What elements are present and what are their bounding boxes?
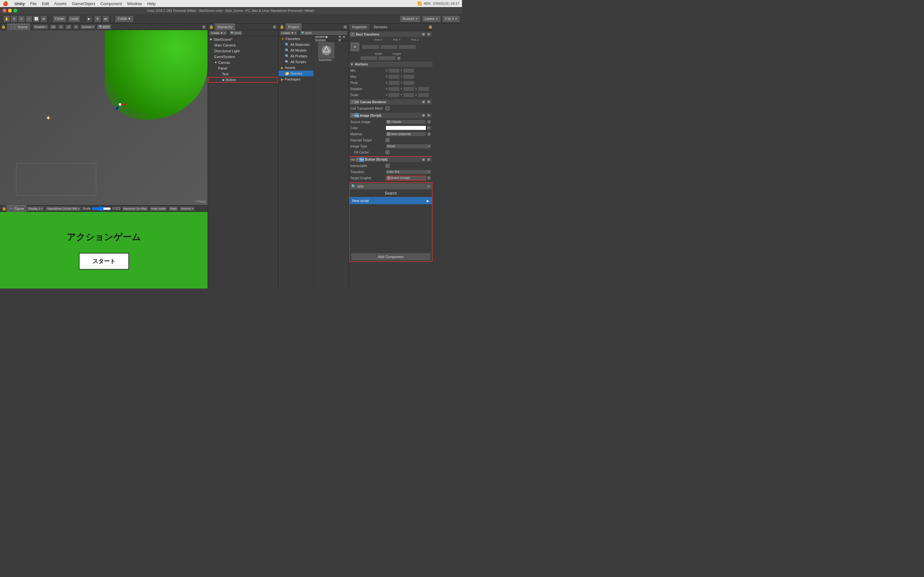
proj-maximize[interactable]: ⊞ <box>343 25 347 29</box>
minimize-button[interactable] <box>8 9 12 13</box>
maximize-on-play-btn[interactable]: Maximize On Play <box>122 206 149 211</box>
center-local-local[interactable]: Local <box>68 15 80 23</box>
apple-menu[interactable]: 🍎 <box>3 1 8 6</box>
scene-tab[interactable]: ⋮⋮ Scene <box>7 24 30 30</box>
inspector-tab[interactable]: Inspector <box>349 24 370 30</box>
search-hierarchy[interactable]: 🔍 Q•All <box>229 31 242 35</box>
hierarchy-item-directional-light[interactable]: Directional Light <box>208 48 278 54</box>
rect-transform-enabled[interactable] <box>351 32 355 36</box>
rot-y-field[interactable]: 0 <box>403 87 415 91</box>
cr-action-2[interactable]: ⚙ <box>426 100 431 104</box>
menu-file[interactable]: File <box>30 1 37 6</box>
posx-field[interactable]: 0 <box>362 45 380 49</box>
anchor-maxx-field[interactable]: 0.5 <box>388 74 400 79</box>
packages-folder[interactable]: ▶ Packages <box>278 76 313 82</box>
search-clear-btn[interactable]: ✕ <box>427 184 430 189</box>
color-picker-btn[interactable]: ✏ <box>427 126 431 130</box>
scenes-folder[interactable]: 📁 Scenes <box>278 71 313 76</box>
audio-btn[interactable]: 🔊 <box>65 24 72 29</box>
proj-create-dropdown[interactable]: Create ▼ <box>280 31 298 35</box>
rot-x-field[interactable]: 0 <box>388 87 400 91</box>
scene-name-item[interactable]: ▼ StartScene* <box>208 37 278 42</box>
search-result-new-script[interactable]: New script ▶ <box>350 197 432 204</box>
btn-action-2[interactable]: ⚙ <box>426 157 431 162</box>
image-script-enabled[interactable] <box>351 113 355 117</box>
gizmos-btn[interactable]: Gizmos <box>80 24 95 29</box>
source-image-field[interactable]: UISprite <box>386 119 426 124</box>
canvas-renderer-enabled[interactable] <box>351 100 355 104</box>
game-tab[interactable]: 🎮 Game <box>6 205 27 212</box>
account-dropdown[interactable]: Account <box>400 15 421 23</box>
menu-assets[interactable]: Assets <box>54 1 67 6</box>
scale-x-field[interactable]: 1 <box>388 93 400 97</box>
lighting-btn[interactable]: ☀ <box>58 24 64 29</box>
resolution-dropdown[interactable]: Standalone (1024x768) <box>45 206 81 211</box>
pivot-y-field[interactable]: 0.5 <box>403 81 415 85</box>
btn-action-1[interactable]: ⊞ <box>421 157 426 162</box>
display-dropdown[interactable]: Display 1 <box>27 206 44 211</box>
center-local-center[interactable]: Center <box>53 15 67 23</box>
button-script-component[interactable]: OK Btn Button (Script) ⊞ ⚙ <box>349 156 433 163</box>
favorites-folder[interactable]: ▼ Favorites <box>278 36 313 42</box>
gizmos-game-btn[interactable]: Gizmos <box>180 206 195 211</box>
search-scene-btn[interactable]: 🔍 Q•All <box>97 24 111 29</box>
maximize-button[interactable] <box>13 9 17 13</box>
all-models[interactable]: 🔍 All Models <box>278 47 313 53</box>
shading-dropdown[interactable]: Shaded <box>33 24 48 29</box>
mute-audio-btn[interactable]: Mute Audio <box>150 206 167 211</box>
button-script-enabled[interactable] <box>356 158 360 161</box>
fill-center-checkbox[interactable] <box>386 150 389 154</box>
target-graphic-select-btn[interactable]: ◎ <box>427 176 431 180</box>
rt-action-1[interactable]: ⊞ <box>421 32 426 37</box>
move-tool[interactable]: ✛ <box>11 15 18 23</box>
services-tab[interactable]: Services <box>370 24 391 30</box>
collab-button[interactable]: Collab ▼ <box>115 15 134 23</box>
color-field[interactable] <box>386 126 426 130</box>
rot-z-field[interactable]: 0 <box>418 87 429 91</box>
2d-btn[interactable]: 2D <box>50 24 57 29</box>
rt-action-2[interactable]: ⚙ <box>426 32 431 37</box>
menu-edit[interactable]: Edit <box>42 1 49 6</box>
scale-z-field[interactable]: 1 <box>418 93 429 97</box>
create-dropdown[interactable]: Create ▼ <box>209 31 227 35</box>
all-prefabs[interactable]: 🔍 All Prefabs <box>278 53 313 59</box>
reset-wh-btn[interactable]: R <box>397 56 401 61</box>
interactable-checkbox[interactable] <box>386 164 389 168</box>
insp-lock[interactable]: 🔒 <box>428 25 433 29</box>
assets-folder[interactable]: ▶ Assets <box>278 65 313 71</box>
posz-field[interactable]: 0 <box>399 45 416 49</box>
cull-transparent-checkbox[interactable] <box>386 106 389 110</box>
rect-tool[interactable]: ⬜ <box>33 15 40 23</box>
scale-y-field[interactable]: 1 <box>403 93 415 97</box>
img-action-2[interactable]: ⚙ <box>426 113 431 118</box>
hierarchy-item-main-camera[interactable]: Main Camera <box>208 42 278 48</box>
canvas-renderer-component[interactable]: CR Canvas Renderer ⊞ ⚙ <box>349 99 433 105</box>
rotate-tool[interactable]: ↻ <box>18 15 25 23</box>
target-graphic-field[interactable]: Button (Image) <box>386 176 426 181</box>
source-image-select-btn[interactable]: ◎ <box>427 119 431 124</box>
hierarchy-item-event-system[interactable]: EventSystem <box>208 54 278 60</box>
hierarchy-item-button[interactable]: ▶ Button <box>208 77 278 83</box>
scale-slider[interactable] <box>92 206 111 211</box>
pause-button[interactable]: ⏸ <box>94 15 101 23</box>
height-field[interactable]: 150 <box>378 56 396 61</box>
rect-transform-component[interactable]: Rect Transform ⊞ ⚙ <box>349 31 433 37</box>
img-action-1[interactable]: ⊞ <box>421 113 426 118</box>
play-button[interactable]: ▶ <box>86 15 93 23</box>
all-materials[interactable]: 🔍 All Materials <box>278 42 313 47</box>
image-type-select[interactable]: Sliced <box>386 144 431 149</box>
all-scripts[interactable]: 🔍 All Scripts <box>278 59 313 65</box>
hier-maximize[interactable]: ⊞ <box>272 25 277 29</box>
hierarchy-item-panel[interactable]: Panel <box>208 65 278 71</box>
menu-unity[interactable]: Unity <box>15 1 25 6</box>
anchors-section[interactable]: ▼ Anchors <box>349 61 433 67</box>
anchor-minx-field[interactable]: 0.5 <box>388 68 400 73</box>
add-component-button[interactable]: Add Component <box>351 253 431 261</box>
add-component-search-input[interactable] <box>357 184 426 188</box>
effects-btn[interactable]: ✦ <box>73 24 79 29</box>
pivot-x-field[interactable]: 0.5 <box>388 81 400 85</box>
anchor-miny-field[interactable]: 0.5 <box>403 68 415 73</box>
image-script-component[interactable]: Img Image (Script) ⊞ ⚙ <box>349 112 433 119</box>
search-project[interactable]: 🔍 Q•All <box>300 31 347 35</box>
menu-component[interactable]: Component <box>100 1 122 6</box>
